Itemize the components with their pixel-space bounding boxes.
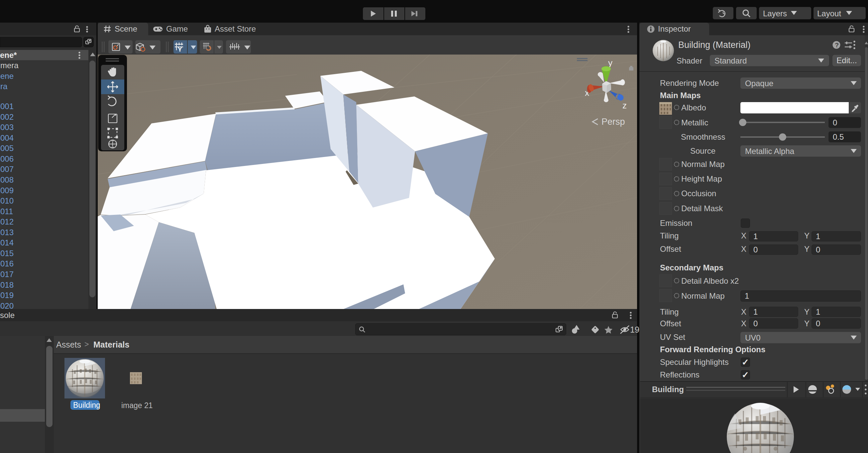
svg-text:z: z (622, 101, 627, 110)
svg-text:?: ? (835, 41, 839, 49)
svg-text:Y: Y (178, 46, 182, 53)
svg-text:19: 19 (630, 325, 639, 334)
svg-text:Persp: Persp (601, 117, 625, 127)
svg-text:y: y (608, 58, 613, 68)
